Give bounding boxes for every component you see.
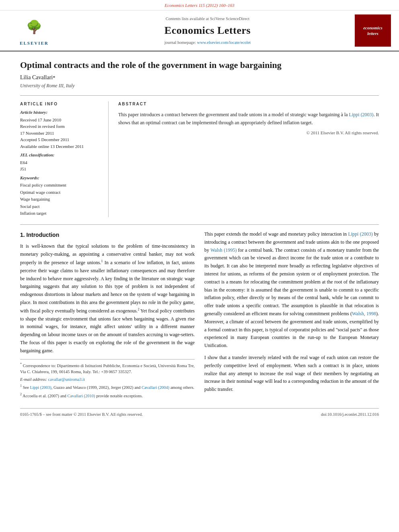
keywords-list: Fiscal policy commitment Optimal wage co… <box>20 182 101 217</box>
article-divider <box>20 95 379 96</box>
elsevier-logo-area: 🌳 ELSEVIER <box>8 15 60 46</box>
body-divider <box>20 224 379 225</box>
brand-label-line2: letters <box>367 31 378 36</box>
keywords-label: Keywords: <box>20 175 101 181</box>
walsh1998-ref[interactable]: Walsh, 1998 <box>352 311 376 316</box>
bottom-bar: 0165-1765/$ – see front matter © 2011 El… <box>20 408 379 419</box>
fn2: 2 Accoella et al. (2007) and Cavallari (… <box>20 392 195 399</box>
journal-brand-badge: economics letters <box>355 14 391 47</box>
elsevier-logo: 🌳 ELSEVIER <box>8 15 60 46</box>
email-link[interactable]: cavallar@uniroma3.it <box>48 377 85 382</box>
jel-codes: E64J51 <box>20 159 101 173</box>
keyword-4: Social pact <box>20 203 101 210</box>
cavallari2010-fn-link[interactable]: Cavallari (2010) <box>67 393 95 398</box>
keyword-3: Wage bargaining <box>20 196 101 203</box>
journal-header: 🌳 ELSEVIER Contents lists available at S… <box>0 10 399 51</box>
journal-citation-bar: Economics Letters 115 (2012) 160–163 <box>0 0 399 10</box>
lippi-ref-body[interactable]: Lippi (2003) <box>348 231 372 237</box>
walsh-ref-body[interactable]: Walsh (1995) <box>210 247 237 253</box>
article-author: Lilia Cavallari* <box>20 74 379 82</box>
elsevier-wordmark: ELSEVIER <box>20 40 49 46</box>
author-star: * <box>53 75 55 80</box>
received-revised-label: Received in revised form <box>20 123 101 130</box>
accepted-date: Accepted 5 December 2011 <box>20 136 101 143</box>
journal-citation: Economics Letters 115 (2012) 160–163 <box>165 3 234 8</box>
journal-title: Economics Letters <box>60 23 355 38</box>
cavallari-fn-link[interactable]: Cavallari (2004) <box>142 385 169 390</box>
journal-homepage-line: journal homepage: www.elsevier.com/locat… <box>60 40 355 46</box>
keyword-1: Fiscal policy commitment <box>20 182 101 189</box>
journal-title-area: Contents lists available at SciVerse Sci… <box>60 16 355 46</box>
jel-label: JEL classification: <box>20 152 101 158</box>
lippi-ref-abstract[interactable]: Lippi (2003) <box>349 112 374 117</box>
body-para-right-2: I show that a transfer inversely related… <box>204 354 379 394</box>
main-content: Optimal contracts and the role of the go… <box>0 51 399 408</box>
doi-line: doi:10.1016/j.econlet.2011.12.016 <box>321 412 379 418</box>
brand-label-line1: economics <box>363 25 383 31</box>
star-footnote: * Correspondence to: Dipartimento di Ist… <box>20 362 195 375</box>
abstract-text: This paper introduces a contract between… <box>118 111 379 126</box>
body-columns: 1. Introduction It is well-known that th… <box>20 230 379 400</box>
article-info-title: ARTICLE INFO <box>20 101 101 107</box>
history-label: Article history: <box>20 109 101 115</box>
body-col-right: This paper extends the model of wage and… <box>204 230 379 400</box>
revised-date: 17 November 2011 <box>20 130 101 137</box>
received-date: Received 17 June 2010 <box>20 117 101 123</box>
email-footnote: E-mail address: cavallar@uniroma3.it <box>20 376 195 383</box>
copyright-line: © 2011 Elsevier B.V. All rights reserved… <box>118 130 379 136</box>
article-info-panel: ARTICLE INFO Article history: Received 1… <box>20 101 109 217</box>
abstract-section: ABSTRACT This paper introduces a contrac… <box>118 101 379 217</box>
keyword-2: Optimal wage contract <box>20 189 101 196</box>
body-para-right-1: This paper extends the model of wage and… <box>204 230 379 350</box>
journal-homepage-link[interactable]: www.elsevier.com/locate/ecolet <box>197 40 251 45</box>
info-abstract-section: ARTICLE INFO Article history: Received 1… <box>20 101 379 217</box>
body-para-1: It is well-known that the typical soluti… <box>20 242 195 355</box>
keyword-5: Inflation target <box>20 210 101 217</box>
elsevier-image: 🌳 <box>12 15 56 39</box>
fn1: 1 See Lippi (2003), Guzzo and Velasco (1… <box>20 384 195 390</box>
article-title: Optimal contracts and the role of the go… <box>20 60 379 71</box>
lippi-fn-link[interactable]: Lippi (2003) <box>30 385 51 390</box>
issn-line: 0165-1765/$ – see front matter © 2011 El… <box>20 412 143 418</box>
abstract-title: ABSTRACT <box>118 101 379 107</box>
available-online-date: Available online 13 December 2011 <box>20 143 101 150</box>
footnotes-area: * Correspondence to: Dipartimento di Ist… <box>20 359 195 399</box>
elsevier-tree-icon: 🌳 <box>26 18 42 36</box>
section1-heading: 1. Introduction <box>20 230 195 239</box>
sciverse-line: Contents lists available at SciVerse Sci… <box>60 16 355 22</box>
article-affiliation: University of Rome III, Italy <box>20 82 379 89</box>
body-col-left: 1. Introduction It is well-known that th… <box>20 230 195 400</box>
